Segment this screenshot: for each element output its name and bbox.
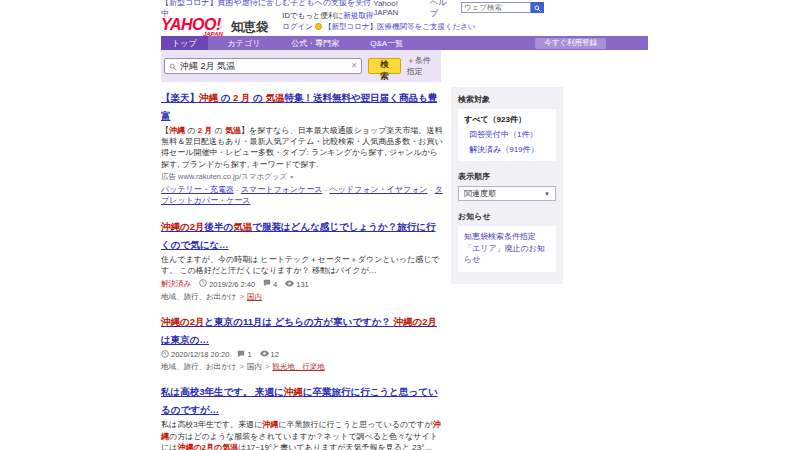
ad-result: 【楽天】沖縄 の 2 月 の 気温特集！送料無料や翌日届く商品も豊富【沖縄 の … <box>161 87 443 207</box>
chevron-down-icon: ▼ <box>289 174 294 180</box>
text-segment: に卒業旅行に行こうと思っているのですが <box>278 420 432 429</box>
login-row: ログイン【新型コロナ】医療機関等をご支援ください <box>282 22 475 33</box>
view-count: 131 <box>285 280 309 289</box>
text-segment: の <box>250 92 265 103</box>
yahoo-logo[interactable]: YAHOO!JAPAN <box>161 17 221 33</box>
nav-tab-official[interactable]: 公式・専門家 <box>280 36 350 50</box>
coin-icon <box>315 23 322 30</box>
text-segment: 【楽天】 <box>161 92 199 103</box>
notice-card: 知恵袋検索条件指定「エリア」廃止のお知らせ <box>458 226 556 272</box>
register-button[interactable]: 今すぐ利用登録 <box>535 38 606 49</box>
sidebar-title-search-target: 検索対象 <box>458 94 556 105</box>
category-breadcrumb: 地域、旅行、お出かけ>国内 <box>161 292 443 302</box>
notice-link[interactable]: 知恵袋検索条件指定「エリア」廃止のお知らせ <box>464 231 550 266</box>
search-button[interactable]: 検索 <box>368 58 401 74</box>
text-segment: は17~19°と書いてありますが天気予報を見ると 23°… <box>238 443 432 450</box>
id-promo: IDでもっと便利に新規取得 <box>282 11 475 22</box>
text-segment: 私は高校3年生です。 来週に <box>161 386 284 397</box>
highlighted-term: 2 月 <box>233 92 250 103</box>
sidebar-title-order: 表示順序 <box>458 171 556 182</box>
result-meta: 解決済み2019/2/6 2:404131 <box>161 279 443 289</box>
medical-support-link[interactable]: 【新型コロナ】医療機関等をご支援ください <box>324 22 476 31</box>
category-breadcrumb: 地域、旅行、お出かけ>国内>観光地、行楽地 <box>161 362 443 372</box>
answer-count: 1 <box>237 350 251 360</box>
highlighted-term: 2 月 <box>198 126 213 135</box>
highlighted-term: 沖縄の2月 <box>161 316 205 327</box>
search-result: 沖縄の2月後半の気温で服装はどんな感じでしょうか？旅行に行くので気にな…住んでま… <box>161 216 443 302</box>
highlighted-term: 沖縄 <box>262 420 278 429</box>
ad-sitelink[interactable]: バッテリー・充電器 <box>161 185 234 194</box>
search-result: 沖縄の2月と東京の11月は どちらの方が寒いですか？ 沖縄の2月は東京の…202… <box>161 311 443 373</box>
highlighted-term: 沖縄 <box>284 386 303 397</box>
highlighted-term: 気温 <box>225 126 241 135</box>
result-date: 2020/12/18 20:20 <box>161 350 229 360</box>
text-segment: 【 <box>161 126 169 135</box>
breadcrumb-separator: > <box>240 292 244 301</box>
status-badge: 解決済み <box>161 279 191 289</box>
category-label: 国内 <box>247 362 262 371</box>
login-link[interactable]: ログイン <box>282 22 313 31</box>
text-segment: 後半の <box>205 221 234 232</box>
category-link[interactable]: 観光地、行楽地 <box>272 362 325 371</box>
search-box: × <box>164 58 362 74</box>
nav-tab-category[interactable]: カテゴリ <box>217 36 272 50</box>
sidebar-box: 検索対象 すべて（923件） 回答受付中（1件） 解決済み（919件） 表示順序… <box>451 87 563 284</box>
result-date: 2019/2/6 2:40 <box>199 279 255 289</box>
answer-count-text: 1 <box>247 350 251 359</box>
breadcrumb-separator: > <box>265 362 269 371</box>
clear-icon[interactable]: × <box>351 61 357 71</box>
eye-icon <box>260 350 269 359</box>
order-dropdown[interactable]: 関連度順 ▼ <box>458 186 556 201</box>
search-target-card: すべて（923件） 回答受付中（1件） 解決済み（919件） <box>458 109 556 161</box>
ad-sitelink[interactable]: ヘッドフォン・イヤフォン <box>329 185 427 194</box>
web-search-button[interactable] <box>531 2 544 13</box>
text-segment: 私は高校3年生です。来週に <box>161 420 262 429</box>
nav-tab-qa-list[interactable]: Q&A一覧 <box>359 36 414 50</box>
text-segment: は東京の… <box>161 334 209 345</box>
date-text: 2020/12/18 20:20 <box>171 350 229 359</box>
highlighted-term: 沖縄の2月 <box>394 316 438 327</box>
search-row: × 検索 ＋条件指定 <box>164 55 437 77</box>
result-snippet: 私は高校3年生です。来週に沖縄に卒業旅行に行こうと思っているのですが沖縄の方はど… <box>161 419 443 450</box>
chevron-down-icon: ▼ <box>544 191 550 197</box>
condition-link[interactable]: ＋条件指定 <box>407 55 437 77</box>
answer-count-text: 4 <box>273 280 277 289</box>
filter-resolved-link[interactable]: 解決済み（919件） <box>469 144 550 155</box>
category-label: 地域、旅行、お出かけ <box>161 292 237 301</box>
ad-url: www.rakuten.co.jp/スマホグッズ <box>178 172 289 181</box>
text-segment: と東京の11月は どちらの方が寒いですか？ <box>205 316 394 327</box>
category-link[interactable]: 国内 <box>247 292 262 301</box>
main-nav: トップ カテゴリ 公式・専門家 Q&A一覧 今すぐ利用登録 <box>161 36 648 50</box>
service-name: 知恵袋 <box>231 21 269 34</box>
header-login-area: IDでもっと便利に新規取得 ログイン【新型コロナ】医療機関等をご支援ください <box>282 11 475 33</box>
nav-tab-top[interactable]: トップ <box>161 36 208 50</box>
search-section: × 検索 ＋条件指定 <box>161 50 441 82</box>
content: 【楽天】沖縄 の 2 月 の 気温特集！送料無料や翌日届く商品も豊富【沖縄 の … <box>161 87 648 450</box>
ad-label: 広告 <box>161 172 178 181</box>
ad-sitelink[interactable]: スマートフォンケース <box>241 185 323 194</box>
view-count-text: 12 <box>271 350 279 359</box>
highlighted-term: 気温 <box>233 221 252 232</box>
highlighted-term: 沖縄 <box>199 92 218 103</box>
answer-count: 4 <box>263 279 277 289</box>
view-count: 12 <box>260 350 279 359</box>
search-result: 私は高校3年生です。 来週に沖縄に卒業旅行に行こうと思っているのですが…私は高校… <box>161 381 443 450</box>
view-count-text: 131 <box>296 280 309 289</box>
result-title-link[interactable]: 私は高校3年生です。 来週に沖縄に卒業旅行に行こうと思っているのですが… <box>161 386 438 415</box>
highlighted-term: 沖縄の2月 <box>161 221 205 232</box>
search-icon <box>534 0 541 15</box>
result-title-link[interactable]: 沖縄の2月と東京の11月は どちらの方が寒いですか？ 沖縄の2月は東京の… <box>161 316 437 345</box>
eye-icon <box>285 280 294 289</box>
ad-url-row: 広告 www.rakuten.co.jp/スマホグッズ ▼ <box>161 172 443 182</box>
filter-accepting-link[interactable]: 回答受付中（1件） <box>469 129 550 140</box>
result-title-link[interactable]: 【楽天】沖縄 の 2 月 の 気温特集！送料無料や翌日届く商品も豊富 <box>161 92 437 121</box>
id-register-link[interactable]: 新規取得 <box>343 11 373 20</box>
text-segment: 住んでますが、今の時期は ヒートテック＋セーター＋ダウンといった感じです。 この… <box>161 255 440 275</box>
answers-icon <box>237 350 245 360</box>
category-label: 地域、旅行、お出かけ <box>161 362 237 371</box>
result-title-link[interactable]: 沖縄の2月後半の気温で服装はどんな感じでしょうか？旅行に行くので気にな… <box>161 221 435 250</box>
results-list: 【楽天】沖縄 の 2 月 の 気温特集！送料無料や翌日届く商品も豊富【沖縄 の … <box>161 87 443 450</box>
query-input[interactable] <box>180 61 348 71</box>
highlighted-term: 沖縄 <box>169 126 185 135</box>
breadcrumb-separator: > <box>240 362 244 371</box>
